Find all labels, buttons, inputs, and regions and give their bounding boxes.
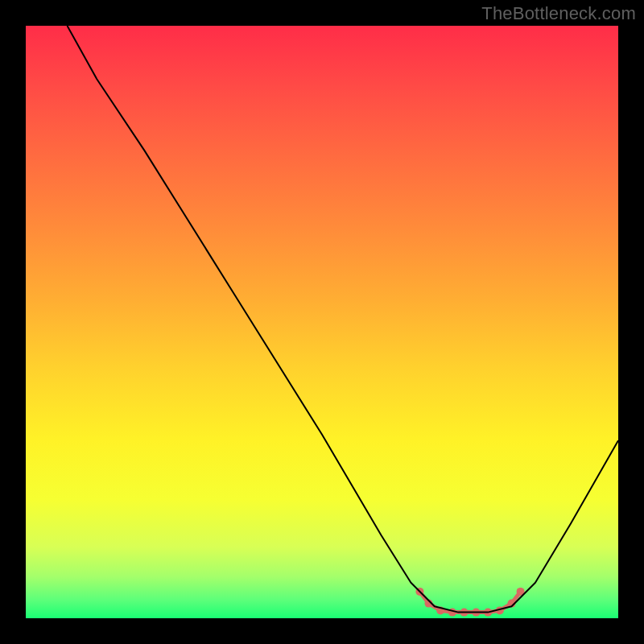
chart-svg <box>26 26 618 618</box>
main-curve <box>68 26 619 613</box>
chart-frame: TheBottleneck.com <box>0 0 644 644</box>
plot-area <box>26 26 618 618</box>
bottom-dots-line <box>419 592 520 613</box>
watermark-text: TheBottleneck.com <box>481 3 636 24</box>
